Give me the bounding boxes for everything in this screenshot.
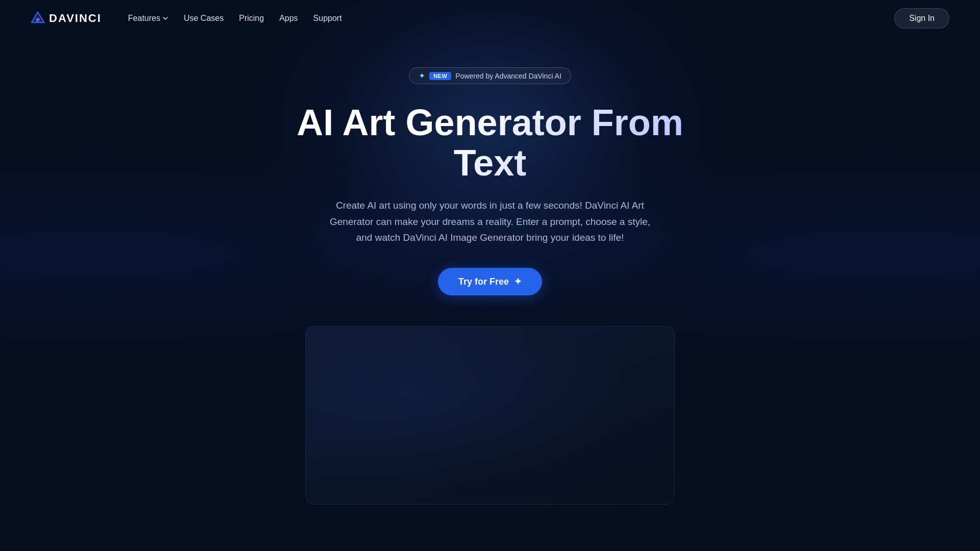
sign-in-button[interactable]: Sign In [894, 8, 949, 29]
logo-icon [31, 11, 45, 26]
nav-features[interactable]: Features [122, 11, 175, 26]
badge-new-label: NEW [429, 72, 451, 80]
nav-apps[interactable]: Apps [273, 11, 304, 26]
chevron-down-icon [162, 15, 168, 21]
hero-subtitle: Create AI art using only your words in j… [322, 197, 658, 245]
nav-links: Features Use Cases Pricing Apps Support [122, 11, 348, 26]
badge-powered-text: Powered by Advanced DaVinci AI [455, 72, 561, 80]
try-for-free-label: Try for Free [458, 277, 509, 287]
badge-spark-icon: ✦ [419, 71, 425, 81]
logo[interactable]: DAVINCI [31, 11, 102, 26]
nav-left: DAVINCI Features Use Cases Pricing Apps … [31, 11, 348, 26]
nav-pricing[interactable]: Pricing [233, 11, 270, 26]
try-for-free-button[interactable]: Try for Free ✦ [438, 268, 542, 295]
hero-title: AI Art Generator From Text [260, 103, 720, 183]
nav-support[interactable]: Support [307, 11, 348, 26]
nav-use-cases[interactable]: Use Cases [178, 11, 230, 26]
try-for-free-icon: ✦ [514, 276, 522, 287]
new-badge: ✦ NEW Powered by Advanced DaVinci AI [409, 67, 571, 84]
navbar: DAVINCI Features Use Cases Pricing Apps … [0, 0, 980, 37]
demo-card-wrapper [0, 326, 980, 505]
demo-card [305, 326, 675, 505]
logo-text: DAVINCI [49, 12, 102, 25]
hero-section: ✦ NEW Powered by Advanced DaVinci AI AI … [0, 37, 980, 295]
